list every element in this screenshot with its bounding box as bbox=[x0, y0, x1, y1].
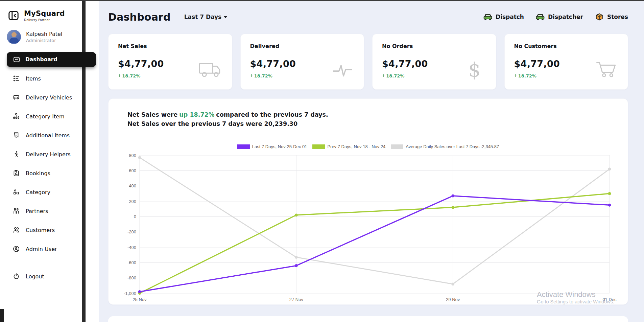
data-point[interactable] bbox=[295, 256, 298, 259]
legend-label: Last 7 Days, Nov 25-Dec 01 bbox=[252, 144, 307, 149]
chart-card: Net Sales wereup 18.72%compared to the p… bbox=[108, 98, 628, 305]
data-point[interactable] bbox=[451, 194, 454, 198]
avatar bbox=[7, 30, 21, 44]
stat-card-label: No Customers bbox=[514, 43, 619, 49]
legend-item[interactable]: Prev 7 Days, Nov 18 - Nov 24 bbox=[312, 144, 385, 149]
chart-legend: Last 7 Days, Nov 25-Dec 01Prev 7 Days, N… bbox=[118, 144, 618, 149]
insight-highlight: up 18.72% bbox=[179, 111, 214, 118]
sidebar-item-customers[interactable]: Customers bbox=[0, 221, 99, 239]
chevron-down-icon bbox=[224, 16, 227, 18]
sidebar-item-partners[interactable]: Partners bbox=[0, 202, 99, 221]
data-point[interactable] bbox=[451, 206, 454, 209]
legend-item[interactable]: Last 7 Days, Nov 25-Dec 01 bbox=[237, 144, 307, 149]
sidebar-item-category[interactable]: Category bbox=[0, 183, 99, 202]
stat-card-change-value: 18.72% bbox=[386, 73, 404, 78]
sidebar-item-additional-items[interactable]: Additional Items bbox=[0, 126, 99, 145]
user-text: Kalpesh Patel Administrator bbox=[26, 31, 62, 43]
box-icon bbox=[595, 13, 604, 21]
insight-line-1: Net Sales wereup 18.72%compared to the p… bbox=[127, 110, 618, 119]
sidebar-item-admin-user[interactable]: Admin User bbox=[0, 239, 99, 258]
scrollbar-corner bbox=[0, 309, 4, 322]
series-line-prev-7-days-nov-18-n bbox=[140, 194, 610, 294]
up-arrow-icon: ↑ bbox=[382, 74, 385, 78]
data-point[interactable] bbox=[608, 168, 611, 171]
data-point[interactable] bbox=[608, 204, 611, 207]
app-logo-icon bbox=[7, 9, 20, 22]
legend-label: Average Daily Sales over Last 7 Days :2,… bbox=[406, 144, 499, 149]
sidebar-item-logout[interactable]: Logout bbox=[0, 267, 99, 286]
insight-line-2: Net Sales over the previous 7 days were … bbox=[127, 119, 618, 129]
stat-cards: Net Sales$4,77,00↑18.72%Delivered$4,77,0… bbox=[108, 34, 628, 90]
delivery-helpers-icon bbox=[13, 151, 20, 158]
legend-item[interactable]: Average Daily Sales over Last 7 Days :2,… bbox=[391, 144, 499, 149]
y-axis-label: 600 bbox=[129, 168, 136, 173]
chart-canvas: 8006004002000-200-400-600-800-1,00025 No… bbox=[118, 151, 618, 307]
sidebar-item-label: Admin User bbox=[26, 246, 57, 252]
y-axis-label: 400 bbox=[129, 183, 136, 188]
pulse-icon bbox=[329, 59, 356, 80]
sidebar-item-label: Delivery Vehicles bbox=[26, 94, 72, 101]
page-title: Dashboard bbox=[108, 11, 171, 23]
sidebar-item-label: Category bbox=[26, 189, 50, 196]
data-point[interactable] bbox=[138, 290, 141, 293]
sidebar-item-delivery-vehicles[interactable]: Delivery Vehicles bbox=[0, 88, 99, 107]
legend-swatch bbox=[312, 144, 325, 149]
sidebar-item-delivery-helpers[interactable]: Delivery Helpers bbox=[0, 145, 99, 164]
user-name: Kalpesh Patel bbox=[26, 31, 62, 37]
topbar-button-label: Dispatcher bbox=[548, 14, 583, 20]
sidebar-item-label: Delivery Helpers bbox=[26, 151, 71, 158]
y-axis-label: -200 bbox=[127, 229, 136, 234]
topbar: Dashboard Last 7 Days DispatchDispatcher… bbox=[108, 0, 628, 26]
sidebar-item-label: Additional Items bbox=[26, 132, 70, 139]
data-point[interactable] bbox=[138, 156, 141, 159]
additional-items-icon bbox=[13, 132, 20, 139]
stat-card-change-value: 18.72% bbox=[122, 73, 140, 78]
partners-icon bbox=[13, 207, 20, 215]
car-icon bbox=[535, 13, 545, 21]
date-range-label: Last 7 Days bbox=[184, 14, 221, 20]
date-range-dropdown[interactable]: Last 7 Days bbox=[184, 14, 227, 20]
sidebar-menu: DashboardItemsDelivery VehiclesCategory … bbox=[0, 52, 99, 258]
y-axis-label: -400 bbox=[127, 245, 136, 250]
data-point[interactable] bbox=[295, 214, 298, 217]
sidebar-divider bbox=[8, 262, 89, 262]
stat-card-label: No Orders bbox=[382, 43, 486, 49]
category-item-icon bbox=[13, 113, 20, 120]
data-point[interactable] bbox=[451, 283, 454, 286]
activate-windows-watermark: Activate Windows Go to Settings to activ… bbox=[537, 290, 614, 304]
y-axis-label: 0 bbox=[134, 214, 136, 219]
topbar-actions: DispatchDispatcherStores bbox=[483, 13, 628, 21]
dollar-icon: $ bbox=[461, 59, 488, 80]
sidebar-item-label: Bookings bbox=[26, 170, 50, 177]
user-role: Administrator bbox=[26, 38, 62, 43]
topbar-button-label: Stores bbox=[607, 14, 628, 20]
dashboard-icon bbox=[13, 56, 20, 63]
customers-icon bbox=[13, 226, 20, 234]
sales-line-chart: 8006004002000-200-400-600-800-1,00025 No… bbox=[118, 151, 618, 308]
data-point[interactable] bbox=[608, 192, 611, 195]
sidebar-item-dashboard[interactable]: Dashboard bbox=[7, 52, 96, 67]
items-icon bbox=[13, 75, 20, 82]
sidebar-footer: Logout bbox=[0, 267, 99, 286]
sidebar-item-items[interactable]: Items bbox=[0, 69, 99, 88]
series-line-last-7-days-nov-25-d bbox=[140, 196, 610, 292]
legend-label: Prev 7 Days, Nov 18 - Nov 24 bbox=[327, 144, 385, 149]
x-axis-label: 29 Nov bbox=[446, 297, 460, 302]
topbar-button-dispatch[interactable]: Dispatch bbox=[483, 13, 524, 21]
delivery-vehicles-icon bbox=[13, 94, 20, 101]
topbar-button-dispatcher[interactable]: Dispatcher bbox=[535, 13, 583, 21]
car-icon bbox=[483, 13, 493, 21]
sidebar-item-category-item[interactable]: Category Item bbox=[0, 107, 99, 126]
app-name: MySquard bbox=[24, 9, 65, 18]
topbar-button-stores[interactable]: Stores bbox=[595, 13, 628, 21]
legend-swatch bbox=[237, 144, 250, 149]
x-axis-label: 25 Nov bbox=[133, 297, 147, 302]
y-axis-label: 200 bbox=[129, 199, 136, 204]
sidebar-item-label: Dashboard bbox=[25, 56, 57, 63]
watermark-subtitle: Go to Settings to activate Windows. bbox=[537, 299, 614, 304]
up-arrow-icon: ↑ bbox=[250, 74, 253, 78]
sidebar-item-bookings[interactable]: Bookings bbox=[0, 164, 99, 183]
app-tagline: Delivery Partner bbox=[24, 18, 65, 22]
stat-card-no-customers: No Customers$4,77,00↑18.72% bbox=[504, 34, 628, 90]
data-point[interactable] bbox=[295, 264, 298, 267]
